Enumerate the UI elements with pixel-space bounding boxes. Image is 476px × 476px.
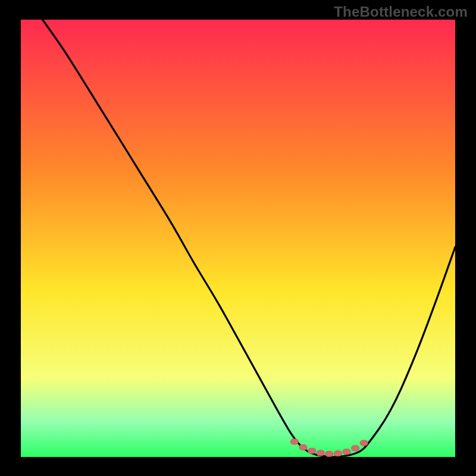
marker-dot [334,451,342,456]
marker-dot [299,444,307,450]
marker-dot [290,439,298,444]
bottleneck-chart [0,0,476,476]
marker-dot [343,449,350,455]
marker-dot [352,446,359,451]
marker-dot [308,448,316,453]
chart-frame: { "watermark": "TheBottleneck.com", "col… [0,0,476,476]
marker-dot [325,451,333,456]
marker-dot [360,440,368,446]
marker-dot [317,450,324,456]
